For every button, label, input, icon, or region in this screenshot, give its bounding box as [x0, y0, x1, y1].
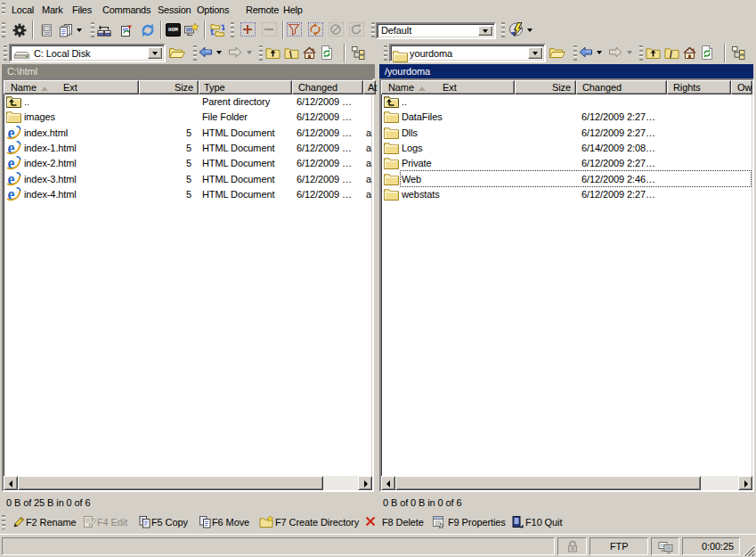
svg-text:/: /	[670, 50, 672, 60]
svg-text:\: \	[289, 50, 292, 60]
